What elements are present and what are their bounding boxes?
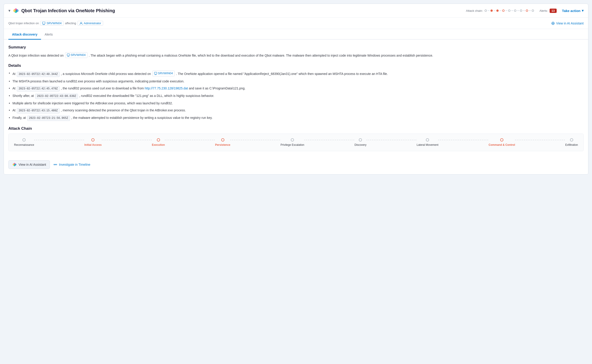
user-name: Administrator	[84, 21, 101, 25]
user-badge[interactable]: Administrator	[78, 21, 103, 26]
chain-node-discovery	[359, 138, 362, 142]
svg-rect-14	[154, 72, 157, 74]
view-ai-label: View in AI Assistant	[556, 21, 584, 25]
timeline-icon	[54, 163, 57, 166]
svg-point-21	[14, 164, 17, 166]
take-action-label: Take action	[562, 9, 580, 13]
svg-point-23	[55, 164, 56, 165]
list-item: Shortly after, at 2023-02-05T22:43:00.63…	[8, 93, 584, 99]
detail-host-badge-1[interactable]: SRVWIN04	[152, 71, 175, 76]
list-item: The MSHTA process then launched a rundll…	[8, 79, 584, 84]
chain-dot-8	[526, 9, 528, 12]
chain-dots	[484, 9, 534, 12]
subheader: Qbot trojan infection on SRVWIN04 affect…	[4, 18, 588, 29]
chain-dot-3	[496, 9, 499, 12]
svg-point-3	[16, 9, 19, 12]
card-header: ▾ Qbot Trojan Infection via OneNote Phis…	[4, 4, 588, 18]
chain-node-item: Lateral Movement	[417, 138, 438, 146]
view-ai-assistant-button[interactable]: View in AI Assistant	[551, 21, 584, 25]
chain-node-execution	[157, 138, 160, 142]
chain-label-priv-esc: Privilege Escalation	[281, 143, 304, 146]
svg-point-8	[81, 22, 82, 24]
svg-point-20	[13, 164, 14, 166]
chain-node-item: Discovery	[355, 138, 366, 146]
chain-node-item: Initial Access	[84, 138, 101, 146]
chain-node-item: Persistence	[215, 138, 230, 146]
svg-point-2	[13, 9, 16, 12]
svg-rect-10	[67, 54, 69, 56]
tab-attack-discovery[interactable]: Attack discovery	[8, 30, 41, 40]
timestamp-2: 2023-02-05T22:42:45.470Z	[17, 86, 60, 91]
list-item: At 2023-02-05T22:42:40.344Z , a suspicio…	[8, 71, 584, 77]
chain-node-exfiltration	[570, 138, 573, 142]
investigate-label: Investigate in Timeline	[59, 163, 90, 166]
chain-label-c2: Command & Control	[489, 143, 515, 146]
chain-label-execution: Execution	[152, 143, 165, 146]
alerts-badge: 13	[550, 9, 556, 13]
chain-dot-2	[491, 9, 493, 12]
host-badge[interactable]: SRVWIN04	[40, 21, 63, 26]
chain-node-c2	[500, 138, 503, 142]
chain-dot-9	[532, 9, 534, 12]
footer-actions: View in AI Assistant Investigate in Time…	[8, 157, 584, 169]
chain-node-item: Exfiltration	[565, 138, 578, 146]
svg-point-22	[54, 164, 55, 165]
alerts-section: Alerts: 13	[539, 9, 556, 13]
summary-prefix: A Qbot trojan infection was detected on	[8, 54, 64, 57]
view-ai-large-button[interactable]: View in AI Assistant	[8, 160, 50, 169]
chain-dot-5	[508, 9, 511, 12]
chain-node-item: Command & Control	[489, 138, 515, 146]
chain-label-reconnaissance: Reconnaissance	[14, 143, 34, 146]
collapse-icon[interactable]: ▾	[8, 8, 10, 13]
summary-suffix: . The attack began with a phishing email…	[89, 54, 433, 57]
timestamp-5: 2023-02-05T23:21:56.965Z	[27, 116, 70, 121]
ai-assistant-icon	[551, 21, 555, 25]
take-action-button[interactable]: Take action ▾	[562, 9, 584, 13]
monitor-icon-summary	[67, 54, 70, 57]
svg-rect-4	[42, 22, 45, 24]
attack-chain-header: Attack chain:	[466, 9, 534, 13]
chain-label-discovery: Discovery	[355, 143, 366, 146]
header-left: ▾ Qbot Trojan Infection via OneNote Phis…	[8, 7, 115, 14]
malicious-url-link[interactable]: http://77.75.230.128/19825.dat	[145, 86, 188, 90]
detail-host-1: SRVWIN04	[158, 71, 173, 76]
svg-point-24	[56, 164, 57, 165]
tab-alerts[interactable]: Alerts	[41, 30, 56, 40]
summary-host-name: SRVWIN04	[71, 53, 86, 58]
page-title: Qbot Trojan Infection via OneNote Phishi…	[21, 8, 115, 13]
summary-title: Summary	[8, 45, 584, 50]
subheader-left: Qbot trojan infection on SRVWIN04 affect…	[8, 21, 103, 26]
attack-chain-title: Attack Chain	[8, 126, 584, 131]
affecting-text: affecting	[65, 21, 76, 25]
user-icon	[80, 22, 83, 25]
main-content: Summary A Qbot trojan infection was dete…	[4, 40, 588, 174]
list-item: Finally, at 2023-02-05T23:21:56.965Z , t…	[8, 115, 584, 121]
elastic-icon-footer	[12, 162, 17, 167]
investigate-timeline-button[interactable]: Investigate in Timeline	[54, 163, 90, 166]
alerts-label: Alerts:	[539, 9, 548, 13]
tabs-bar: Attack discovery Alerts	[4, 30, 588, 40]
chain-node-initial-access	[91, 138, 94, 142]
chain-node-item: Reconnaissance	[14, 138, 34, 146]
details-list: At 2023-02-05T22:42:40.344Z , a suspicio…	[8, 71, 584, 121]
monitor-icon	[42, 22, 45, 25]
list-item: Multiple alerts for shellcode injection …	[8, 101, 584, 106]
summary-host-badge[interactable]: SRVWIN04	[65, 52, 87, 58]
chain-dot-4	[502, 9, 505, 12]
chain-dot-7	[520, 9, 522, 12]
header-right: Attack chain:	[466, 9, 584, 13]
summary-section: Summary A Qbot trojan infection was dete…	[8, 45, 584, 58]
chain-node-item: Execution	[152, 138, 165, 146]
chain-label-lateral: Lateral Movement	[417, 143, 438, 146]
subheader-prefix: Qbot trojan infection on	[8, 21, 39, 25]
view-ai-large-label: View in AI Assistant	[19, 163, 46, 166]
timestamp-1: 2023-02-05T22:42:40.344Z	[17, 72, 60, 77]
list-item: At 2023-02-05T22:43:15.480Z , memory sca…	[8, 108, 584, 113]
elastic-logo-icon	[13, 7, 19, 14]
chain-node-lateral	[426, 138, 429, 142]
chain-label-persistence: Persistence	[215, 143, 230, 146]
chain-dot-6	[514, 9, 516, 12]
chain-label-initial-access: Initial Access	[84, 143, 101, 146]
details-section: Details At 2023-02-05T22:42:40.344Z , a …	[8, 63, 584, 121]
timestamp-4: 2023-02-05T22:43:15.480Z	[17, 108, 60, 113]
